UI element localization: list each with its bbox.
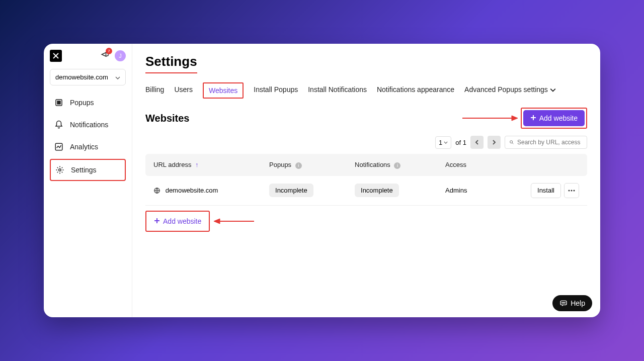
page-of-label: of 1 (455, 139, 466, 146)
tab-install-notifications[interactable]: Install Notifications (308, 82, 367, 99)
info-icon: i (295, 162, 302, 169)
main-content: Settings Billing Users Websites Install … (132, 44, 600, 317)
svg-point-3 (59, 169, 61, 171)
svg-line-7 (512, 143, 513, 144)
svg-point-16 (564, 303, 564, 303)
info-icon: i (394, 162, 400, 169)
cell-url: demowebsite.com (153, 187, 269, 195)
column-access[interactable]: Access (445, 161, 531, 168)
gear-icon (55, 165, 65, 175)
globe-icon (153, 187, 166, 194)
avatar[interactable]: J (115, 50, 126, 61)
cell-notifications: Incomplete (355, 184, 445, 197)
table-row: demowebsite.com Incomplete Incomplete Ad… (145, 176, 587, 206)
install-button[interactable]: Install (531, 183, 561, 198)
annotation-arrow-icon (214, 217, 254, 226)
cell-access: Admins (445, 187, 531, 194)
column-notifications[interactable]: Notifications i (355, 161, 445, 169)
annotation-arrow-icon (462, 114, 518, 123)
sidebar-item-label: Analytics (70, 143, 98, 151)
tab-billing[interactable]: Billing (145, 82, 164, 99)
sidebar: 7 J demowebsite.com Popups Notifications (44, 44, 132, 317)
page-title: Settings (145, 54, 197, 73)
sidebar-item-label: Popups (70, 99, 94, 107)
svg-point-11 (574, 190, 575, 191)
site-selector-label: demowebsite.com (55, 73, 108, 81)
svg-point-10 (571, 190, 573, 191)
plus-icon (154, 217, 160, 225)
table-controls: 1 of 1 (145, 136, 587, 149)
tab-notifications-appearance[interactable]: Notifications appearance (377, 82, 454, 99)
sidebar-item-label: Settings (71, 166, 97, 174)
more-icon (568, 190, 575, 192)
cell-popups: Incomplete (269, 184, 355, 197)
search-box[interactable] (505, 136, 587, 149)
add-website-button[interactable]: Add website (523, 110, 585, 126)
sort-asc-icon: ↑ (195, 161, 199, 168)
notification-badge: 7 (106, 48, 112, 54)
site-selector[interactable]: demowebsite.com (50, 69, 126, 85)
column-popups[interactable]: Popups i (269, 161, 355, 169)
bell-icon (54, 120, 64, 130)
svg-point-17 (565, 303, 565, 303)
table-header: URL address ↑ Popups i Notifications i A… (145, 154, 587, 176)
chevron-down-icon (115, 73, 120, 81)
section-title: Websites (145, 113, 189, 124)
search-input[interactable] (517, 139, 583, 146)
add-website-row-button[interactable]: Add website (148, 213, 207, 229)
svg-marker-5 (512, 116, 518, 121)
app-window: 7 J demowebsite.com Popups Notifications (44, 44, 600, 317)
sidebar-item-label: Notifications (70, 121, 108, 129)
next-page-button[interactable] (488, 136, 501, 149)
svg-point-6 (510, 141, 513, 143)
logo-icon[interactable] (50, 50, 62, 62)
sidebar-item-popups[interactable]: Popups (50, 93, 126, 113)
svg-point-9 (569, 190, 570, 191)
help-button[interactable]: Help (552, 295, 592, 311)
tabs: Billing Users Websites Install Popups In… (145, 82, 587, 99)
add-website-highlight: Add website (521, 108, 587, 129)
page-number-select[interactable]: 1 (435, 136, 451, 149)
tab-users[interactable]: Users (174, 82, 193, 99)
chevron-down-icon (444, 141, 448, 144)
prev-page-button[interactable] (470, 136, 484, 149)
svg-marker-13 (214, 219, 220, 224)
tab-advanced-popups[interactable]: Advanced Popups settings (464, 82, 556, 99)
add-website-row-highlight: Add website (145, 211, 210, 232)
announcements-icon[interactable]: 7 (101, 50, 110, 61)
svg-rect-1 (57, 101, 60, 104)
section-header: Websites Add website (145, 108, 587, 129)
popups-icon (54, 98, 64, 108)
svg-point-15 (562, 303, 562, 303)
plus-icon (530, 114, 536, 122)
chevron-down-icon (550, 85, 556, 94)
tab-websites[interactable]: Websites (203, 82, 244, 99)
chat-icon (559, 299, 568, 307)
chevron-right-icon (492, 140, 496, 145)
sidebar-item-settings[interactable]: Settings (50, 159, 126, 181)
chevron-left-icon (475, 140, 479, 145)
search-icon (509, 139, 514, 146)
sidebar-top: 7 J (50, 50, 126, 62)
sidebar-item-analytics[interactable]: Analytics (50, 137, 126, 157)
analytics-icon (54, 142, 64, 152)
row-menu-button[interactable] (564, 183, 579, 198)
column-url[interactable]: URL address ↑ (153, 161, 269, 168)
sidebar-item-notifications[interactable]: Notifications (50, 115, 126, 135)
tab-install-popups[interactable]: Install Popups (254, 82, 298, 99)
